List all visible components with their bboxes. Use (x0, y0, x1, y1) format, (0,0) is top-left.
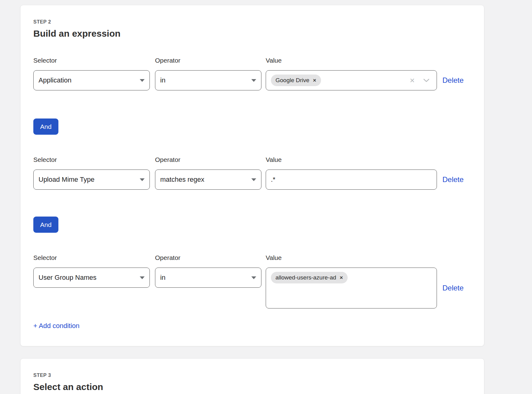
condition-row-1: Selector Application Operator in Value G (33, 57, 471, 90)
operator-label: Operator (155, 156, 261, 163)
chevron-down-icon[interactable] (423, 79, 429, 82)
tag-google-drive: Google Drive ✕ (271, 75, 321, 86)
operator-label: Operator (155, 57, 261, 64)
operator-value-3: in (160, 274, 165, 282)
selector-label: Selector (33, 57, 150, 64)
selector-label: Selector (33, 254, 150, 261)
step3-label: STEP 3 (33, 373, 471, 378)
operator-dropdown-1[interactable]: in (155, 70, 261, 90)
tag-label: allowed-users-azure-ad (275, 274, 336, 281)
operator-dropdown-2[interactable]: matches regex (155, 170, 261, 190)
selector-dropdown-3[interactable]: User Group Names (33, 268, 150, 288)
selector-dropdown-1[interactable]: Application (33, 70, 150, 90)
selector-label: Selector (33, 156, 150, 163)
step3-card: STEP 3 Select an action (20, 358, 484, 394)
and-button-2[interactable]: And (33, 217, 58, 233)
value-label: Value (266, 254, 437, 261)
value-multiselect-3[interactable]: allowed-users-azure-ad ✕ (266, 268, 437, 308)
caret-down-icon (251, 79, 256, 82)
tag-allowed-users-azure-ad: allowed-users-azure-ad ✕ (271, 272, 348, 283)
operator-value-2: matches regex (160, 176, 204, 184)
remove-tag-icon[interactable]: ✕ (340, 275, 343, 280)
caret-down-icon (251, 178, 256, 181)
operator-dropdown-3[interactable]: in (155, 268, 261, 288)
add-condition-link[interactable]: + Add condition (33, 322, 79, 330)
selector-value-1: Application (39, 76, 72, 84)
value-textbox-2 (266, 170, 437, 190)
selector-value-3: User Group Names (39, 274, 97, 282)
value-box-icons: ✕ (409, 77, 432, 84)
tag-label: Google Drive (275, 77, 309, 84)
step3-title: Select an action (33, 382, 471, 392)
value-multiselect-1[interactable]: Google Drive ✕ ✕ (266, 70, 437, 90)
operator-label: Operator (155, 254, 261, 261)
condition-row-2: Selector Upload Mime Type Operator match… (33, 156, 471, 190)
step2-label: STEP 2 (33, 19, 471, 25)
delete-condition-3-link[interactable]: Delete (442, 284, 464, 292)
selector-value-2: Upload Mime Type (39, 176, 94, 184)
delete-condition-2-link[interactable]: Delete (442, 175, 464, 184)
value-label: Value (266, 57, 437, 64)
step2-card: STEP 2 Build an expression Selector Appl… (20, 5, 484, 346)
caret-down-icon (140, 79, 145, 82)
remove-tag-icon[interactable]: ✕ (313, 78, 316, 83)
operator-value-1: in (160, 76, 165, 84)
condition-row-3: Selector User Group Names Operator in Va… (33, 254, 471, 308)
clear-icon[interactable]: ✕ (409, 77, 415, 84)
selector-dropdown-2[interactable]: Upload Mime Type (33, 170, 150, 190)
value-label: Value (266, 156, 437, 163)
delete-condition-1-link[interactable]: Delete (442, 76, 464, 85)
step2-title: Build an expression (33, 28, 471, 39)
caret-down-icon (251, 276, 256, 279)
caret-down-icon (140, 178, 145, 181)
value-input-2[interactable] (271, 170, 432, 189)
and-button-1[interactable]: And (33, 119, 58, 135)
caret-down-icon (140, 276, 145, 279)
